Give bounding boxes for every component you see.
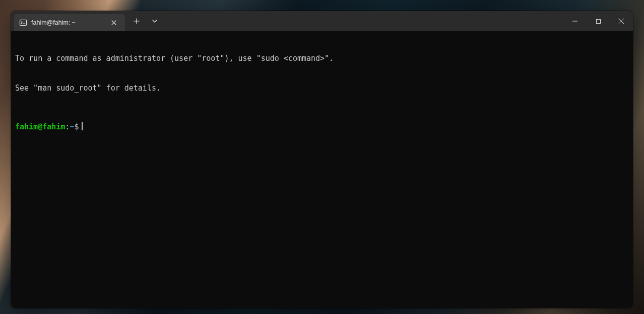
tabstrip: fahim@fahim: ~: [11, 11, 125, 31]
titlebar-drag-region[interactable]: [163, 11, 563, 31]
prompt-user-host: fahim@fahim: [15, 122, 65, 131]
tab-title: fahim@fahim: ~: [31, 19, 105, 26]
tab-dropdown-button[interactable]: [146, 14, 163, 28]
window-controls: [563, 11, 633, 31]
close-button[interactable]: [610, 11, 633, 31]
titlebar[interactable]: fahim@fahim: ~: [11, 11, 633, 31]
tab-close-button[interactable]: [109, 18, 119, 28]
svg-rect-0: [20, 20, 27, 26]
terminal-body[interactable]: To run a command as administrator (user …: [11, 31, 633, 308]
new-tab-button[interactable]: [128, 14, 145, 28]
motd-line-2: See "man sudo_root" for details.: [15, 84, 629, 94]
terminal-icon: [19, 19, 27, 27]
tab-actions: [125, 11, 163, 31]
minimize-button[interactable]: [563, 11, 587, 31]
svg-rect-1: [596, 19, 600, 23]
prompt-line: fahim@fahim:~$: [15, 122, 629, 132]
terminal-window: fahim@fahim: ~: [11, 11, 633, 308]
prompt-symbol: $: [74, 122, 79, 131]
motd-line-1: To run a command as administrator (user …: [15, 54, 629, 64]
tab-active[interactable]: fahim@fahim: ~: [14, 14, 125, 31]
cursor: [82, 122, 83, 130]
maximize-button[interactable]: [587, 11, 610, 31]
